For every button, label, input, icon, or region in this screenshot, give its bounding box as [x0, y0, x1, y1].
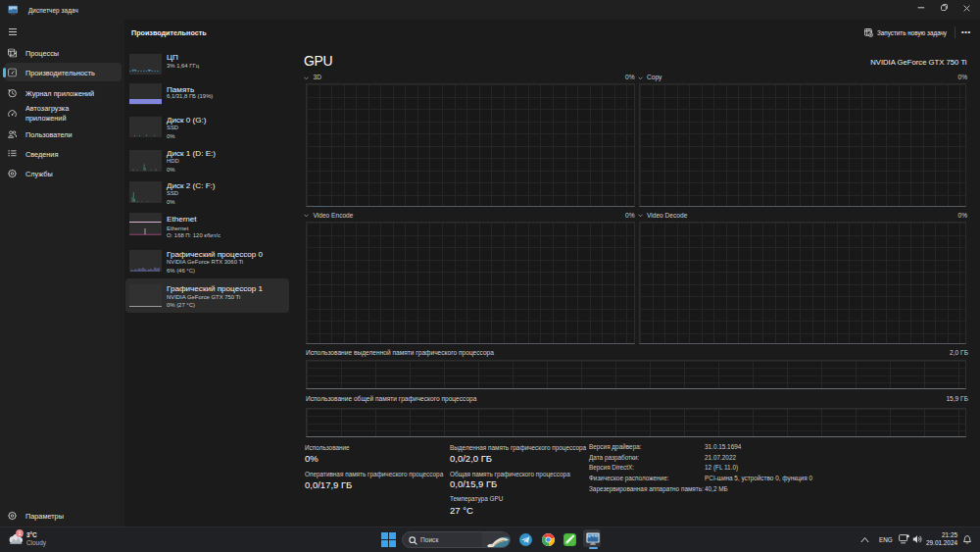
svg-text:1: 1 — [18, 529, 21, 535]
